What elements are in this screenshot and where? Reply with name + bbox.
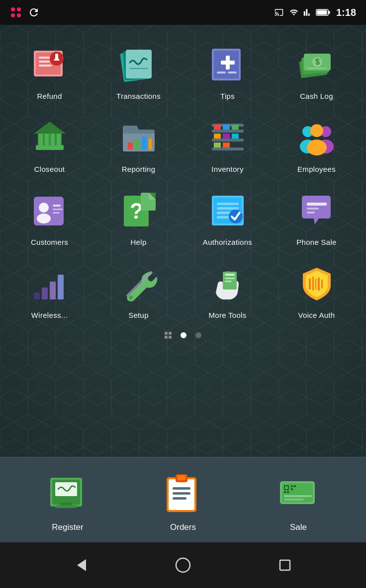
app-item-wireless[interactable]: Wireless... (5, 254, 94, 327)
back-button[interactable] (69, 553, 93, 578)
help-label: Help (130, 238, 146, 246)
orders-label: Orders (170, 522, 196, 532)
app-item-inventory[interactable]: Inventory (183, 108, 272, 181)
svg-rect-24 (228, 72, 237, 74)
svg-rect-5 (328, 11, 330, 14)
app-item-refund[interactable]: Refund (5, 35, 94, 108)
app-item-more-tools[interactable]: More Tools (183, 254, 272, 327)
cast-icon (274, 8, 284, 17)
svg-rect-31 (36, 145, 64, 150)
closeout-label: Closeout (34, 165, 65, 173)
tips-icon (208, 45, 248, 84)
inventory-icon-wrap (205, 115, 250, 160)
setup-label: Setup (128, 311, 149, 319)
app-item-authorizations[interactable]: Authorizations (183, 181, 272, 254)
svg-rect-83 (50, 282, 56, 299)
svg-rect-115 (284, 491, 286, 493)
svg-rect-93 (315, 279, 316, 290)
svg-rect-64 (53, 209, 63, 210)
svg-rect-46 (214, 125, 221, 130)
svg-rect-53 (223, 143, 230, 147)
app-item-voice-auth[interactable]: Voice Auth (272, 254, 361, 327)
svg-rect-111 (285, 486, 288, 489)
app-grid-wrapper: Refund Transactions (5, 35, 361, 341)
svg-marker-119 (77, 559, 86, 571)
employees-icon (297, 118, 337, 157)
dock-item-orders[interactable]: Orders (143, 468, 223, 532)
back-icon (72, 556, 90, 574)
cash-log-icon: $ (297, 45, 337, 84)
recents-button[interactable] (273, 553, 297, 578)
svg-point-1 (17, 7, 21, 11)
svg-rect-112 (291, 485, 293, 487)
transactions-icon-wrap (116, 42, 161, 87)
closeout-icon-wrap (27, 115, 72, 160)
page-dot-1[interactable] (181, 332, 186, 338)
inventory-label: Inventory (211, 165, 243, 173)
help-icon-wrap: ? (116, 188, 161, 233)
svg-rect-43 (212, 139, 244, 142)
app-item-tips[interactable]: Tips (183, 35, 272, 108)
svg-rect-22 (221, 61, 235, 65)
app-item-cash-log[interactable]: $ Cash Log (272, 35, 361, 108)
svg-rect-38 (128, 143, 133, 149)
svg-point-120 (176, 558, 190, 572)
svg-rect-121 (280, 560, 290, 570)
svg-rect-10 (39, 61, 50, 63)
app-item-reporting[interactable]: Reporting (94, 108, 183, 181)
dock-item-register[interactable]: Register (28, 468, 107, 532)
app-item-closeout[interactable]: Closeout (5, 108, 94, 181)
svg-rect-78 (307, 203, 327, 206)
svg-rect-105 (173, 487, 190, 490)
authorizations-icon (208, 191, 248, 230)
authorizations-icon-wrap (205, 188, 250, 233)
svg-marker-37 (34, 122, 66, 134)
svg-point-62 (37, 214, 51, 223)
svg-rect-107 (173, 497, 186, 500)
voice-auth-icon-wrap (294, 261, 339, 306)
svg-rect-39 (135, 140, 140, 149)
dock-item-sale[interactable]: Sale (259, 468, 338, 532)
svg-rect-49 (214, 134, 221, 139)
page-dot-2[interactable] (195, 332, 201, 338)
phone-sale-icon (297, 191, 337, 230)
svg-point-2 (11, 13, 15, 17)
svg-rect-79 (307, 208, 319, 210)
svg-rect-74 (217, 207, 239, 210)
svg-rect-116 (287, 491, 289, 493)
app-item-help[interactable]: ? Help (94, 181, 183, 254)
svg-rect-40 (142, 137, 147, 149)
app-item-transactions[interactable]: Transactions (94, 35, 183, 108)
app-item-setup[interactable]: Setup (94, 254, 183, 327)
clock: 1:18 (336, 7, 356, 18)
app-item-employees[interactable]: Employees (272, 108, 361, 181)
svg-rect-63 (53, 205, 61, 207)
svg-point-59 (307, 140, 327, 155)
refund-icon-wrap (27, 42, 72, 87)
svg-rect-33 (39, 134, 43, 146)
svg-point-0 (11, 7, 15, 11)
svg-rect-90 (225, 281, 232, 282)
orders-icon-wrap (158, 468, 208, 517)
page-indicators (5, 332, 361, 339)
sale-label: Sale (290, 522, 307, 532)
grid-view-indicator[interactable] (165, 332, 172, 339)
reporting-label: Reporting (122, 165, 156, 173)
home-button[interactable] (171, 553, 195, 578)
svg-rect-36 (57, 134, 61, 146)
phone-sale-label: Phone Sale (296, 238, 337, 246)
register-label: Register (52, 522, 83, 532)
register-icon (45, 470, 90, 515)
svg-rect-23 (217, 72, 226, 74)
svg-point-58 (310, 124, 323, 137)
status-left-icons (10, 6, 40, 18)
cash-log-icon-wrap: $ (294, 42, 339, 87)
svg-rect-118 (284, 499, 304, 501)
signal-icon (303, 8, 312, 17)
svg-rect-73 (217, 203, 239, 205)
app-item-customers[interactable]: Customers (5, 181, 94, 254)
svg-point-85 (129, 295, 133, 299)
closeout-icon (30, 118, 70, 157)
app-item-phone-sale[interactable]: Phone Sale (272, 181, 361, 254)
svg-rect-52 (214, 143, 221, 147)
